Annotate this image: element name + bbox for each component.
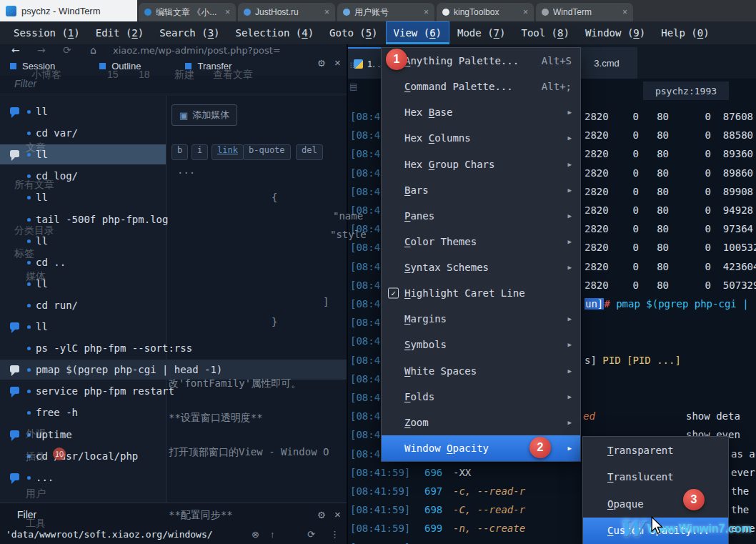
tab-close-icon[interactable]: ×: [424, 7, 429, 17]
terminal-output-line: 2820 0 80 0 88580 3: [585, 129, 756, 144]
terminal-log-line: [08:41:59]699-n, --create: [350, 523, 525, 537]
quicktag-i-button[interactable]: i: [192, 144, 208, 160]
terminal-session-tab[interactable]: psychz:1993: [643, 81, 729, 100]
chat-bubble-icon: [10, 430, 19, 437]
wp-admin-item: 15: [107, 69, 119, 80]
step-badge-1: 1: [386, 49, 407, 70]
command-history-item[interactable]: uptime: [0, 425, 166, 445]
view-menu-item-symbols[interactable]: Symbols▶: [382, 332, 580, 357]
command-history-item[interactable]: ll: [0, 102, 166, 122]
view-menu-item-highlight-caret-line[interactable]: ✓Highlight Caret Line: [382, 280, 580, 306]
back-icon[interactable]: ←: [11, 44, 20, 56]
view-menu-item-hex-columns[interactable]: Hex Columns▶: [382, 125, 580, 151]
host-tab-label: psychz:1993: [655, 86, 717, 97]
view-menu-item-folds[interactable]: Folds▶: [382, 384, 580, 410]
filer-action-icon[interactable]: ⋮: [330, 529, 339, 540]
menubar-item-view[interactable]: View (6): [386, 21, 449, 44]
menubar-item-session[interactable]: Session (1): [6, 21, 88, 44]
tab-close-icon[interactable]: ×: [523, 7, 528, 17]
command-history-item[interactable]: ll: [0, 317, 166, 337]
view-menu-item-anything-palette[interactable]: Anything Palette...Alt+S: [382, 48, 580, 74]
submenu-arrow-icon: ▶: [568, 134, 572, 142]
menubar-item-search[interactable]: Search (3): [151, 21, 227, 44]
forward-icon[interactable]: →: [37, 44, 46, 56]
close-icon[interactable]: ×: [334, 56, 341, 69]
wp-plugin-count-badge: 10: [53, 447, 66, 460]
command-history-item[interactable]: free -h: [0, 402, 166, 422]
tab-close-icon[interactable]: ×: [324, 7, 329, 17]
view-menu-item-color-themes[interactable]: Color Themes▶: [382, 229, 580, 254]
tab-close-icon[interactable]: ×: [225, 7, 230, 17]
window-title: psychz - WindTerm: [21, 6, 101, 16]
panel-tab-outline[interactable]: Outline: [99, 57, 141, 74]
filer-action-icon[interactable]: ⟳: [307, 529, 315, 540]
command-history-item[interactable]: ll: [0, 274, 166, 294]
browser-tab[interactable]: 编辑文章 《小...×: [139, 3, 236, 21]
view-menu-item-zoom[interactable]: Zoom▶: [382, 410, 580, 435]
view-menu-item-syntax-schemes[interactable]: Syntax Schemes▶: [382, 254, 580, 280]
view-menu-item-panes[interactable]: Panes▶: [382, 203, 580, 229]
command-history-item[interactable]: service php-fpm restart: [0, 381, 166, 401]
menubar-item-mode[interactable]: Mode (7): [449, 21, 513, 44]
wp-admin-item: 查看文章: [213, 69, 253, 81]
browser-tab[interactable]: WindTerm×: [536, 3, 633, 21]
opacity-menu-item-opaque[interactable]: Opaque: [583, 490, 728, 518]
bullet-icon: [27, 368, 31, 372]
command-history-item[interactable]: cd /usr/local/php: [0, 446, 166, 466]
view-menu-item-bars[interactable]: Bars▶: [382, 177, 580, 203]
bullet-icon: [27, 304, 31, 307]
menubar-item-selection[interactable]: Selection (4): [228, 21, 322, 44]
view-menu-item-hex-base[interactable]: Hex Base▶: [382, 99, 580, 125]
browser-nav: ← → ⟳ ⌂ xiaoz.me/wp-admin/post.php?post=: [0, 44, 347, 57]
gear-icon[interactable]: ⚙: [317, 510, 326, 520]
submenu-arrow-icon: ▶: [568, 419, 572, 426]
terminal-output-line: 2820 0 80 0 87608 3: [585, 111, 756, 125]
quicktag-b-quote-button[interactable]: b-quote: [243, 144, 291, 160]
bullet-icon: [27, 239, 31, 243]
quicktag-b-button[interactable]: b: [171, 144, 188, 160]
command-history-item[interactable]: cd run/: [0, 295, 166, 315]
submenu-arrow-icon: ▶: [568, 187, 572, 194]
filer-action-icon[interactable]: ⊗: [252, 529, 259, 540]
terminal-tab-3cmd[interactable]: 3.cmd: [576, 47, 637, 79]
wp-admin-item: 插件: [26, 450, 46, 463]
browser-tab-strip: 编辑文章 《小...×JustHost.ru×用户账号×kingToolbox×…: [137, 0, 756, 21]
filer-action-icon[interactable]: ↑: [270, 529, 275, 540]
command-history-item[interactable]: cd var/: [0, 123, 166, 143]
tab-close-icon[interactable]: ×: [622, 7, 627, 17]
gear-icon[interactable]: ⚙: [317, 58, 326, 69]
browser-tab[interactable]: 用户账号×: [337, 3, 434, 21]
terminal-log-line: [08:41:59]698-C, --read-r: [350, 504, 525, 518]
terminal-output-line: 2820 0 80 0 423604: [585, 261, 756, 275]
menubar-item-window[interactable]: Window (9): [577, 21, 653, 44]
mouse-cursor: [650, 516, 663, 535]
pane-icon[interactable]: ▤: [349, 81, 357, 92]
add-media-button[interactable]: ▣ 添加媒体: [171, 104, 237, 126]
command-history-item[interactable]: pmap $(pgrep php-cgi | head -1): [0, 360, 347, 380]
bullet-icon: [27, 325, 31, 329]
menubar-item-tool[interactable]: Tool (8): [513, 21, 577, 44]
window-titlebar: psychz - WindTerm 编辑文章 《小...×JustHost.ru…: [0, 0, 756, 21]
view-menu-item-command-palette[interactable]: Command Palette...Alt+;: [382, 74, 580, 99]
opacity-menu-item-transparent[interactable]: Transparent: [583, 437, 728, 464]
menubar-item-goto[interactable]: Goto (5): [322, 21, 385, 44]
quicktag-link-button[interactable]: link: [212, 144, 244, 160]
refresh-icon[interactable]: ⟳: [63, 44, 71, 56]
view-menu-item-margins[interactable]: Margins▶: [382, 306, 580, 332]
home-icon[interactable]: ⌂: [90, 44, 96, 56]
close-icon[interactable]: ×: [334, 508, 341, 520]
wp-admin-item: 文章: [26, 142, 46, 154]
bullet-icon: [27, 110, 31, 114]
opacity-menu-item-translucent[interactable]: Translucent: [583, 464, 728, 491]
view-menu-item-hex-group-chars[interactable]: Hex Group Chars▶: [382, 152, 580, 177]
browser-tab[interactable]: kingToolbox×: [437, 3, 534, 21]
quicktag-del-button[interactable]: del: [296, 144, 323, 160]
command-history-item[interactable]: ll: [0, 144, 166, 164]
menubar-item-edit[interactable]: Edit (2): [88, 21, 151, 44]
view-menu-item-white-spaces[interactable]: White Spaces▶: [382, 358, 580, 384]
menubar-item-help[interactable]: Help (0): [653, 21, 717, 44]
terminal-output-line: 2820 0 80 0 89908 3: [585, 186, 756, 200]
browser-tab[interactable]: JustHost.ru×: [238, 3, 335, 21]
command-history-item[interactable]: ps -ylC php-fpm --sort:rss: [0, 338, 166, 358]
command-history-item[interactable]: ...: [0, 468, 166, 488]
